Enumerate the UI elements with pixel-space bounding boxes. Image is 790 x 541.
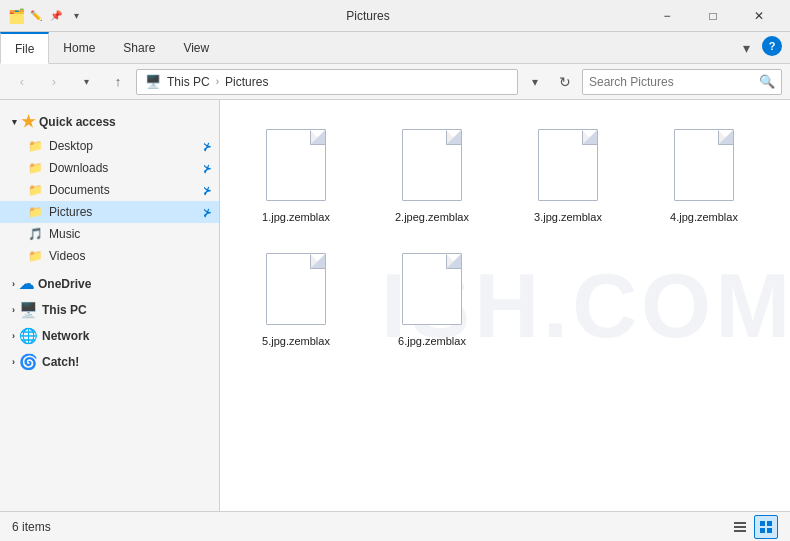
- file-item-4[interactable]: 4.jpg.zemblax: [644, 116, 764, 232]
- onedrive-label: OneDrive: [38, 277, 91, 291]
- sidebar-item-music[interactable]: 🎵 Music: [0, 223, 219, 245]
- svg-rect-1: [734, 526, 746, 528]
- search-icon: 🔍: [759, 74, 775, 89]
- ribbon-collapse-button[interactable]: ▾: [734, 36, 758, 60]
- tab-file[interactable]: File: [0, 32, 49, 64]
- tab-view[interactable]: View: [169, 32, 223, 64]
- folder-icon-videos: 📁: [28, 249, 43, 263]
- doc-shape-1: [266, 129, 326, 201]
- expand-icon: ▾: [12, 117, 17, 127]
- file-icon-3: [532, 125, 604, 205]
- svg-rect-5: [760, 528, 765, 533]
- sidebar-item-onedrive[interactable]: › ☁ OneDrive: [0, 271, 219, 297]
- title-bar-icons: 🗂️ ✏️ 📌 ▾: [8, 8, 84, 24]
- address-bar: ‹ › ▾ ↑ 🖥️ This PC › Pictures ▾ ↻ 🔍: [0, 64, 790, 100]
- sidebar-item-documents[interactable]: 📁 Documents ⊁: [0, 179, 219, 201]
- close-button[interactable]: ✕: [736, 0, 782, 32]
- sidebar-label-desktop: Desktop: [49, 139, 93, 153]
- onedrive-icon: ☁: [19, 275, 34, 293]
- search-box[interactable]: 🔍: [582, 69, 782, 95]
- dropdown-title-icon: ▾: [68, 8, 84, 24]
- sidebar-item-catch[interactable]: › 🌀 Catch!: [0, 349, 219, 375]
- tab-home[interactable]: Home: [49, 32, 109, 64]
- path-current-pictures: Pictures: [225, 75, 268, 89]
- sidebar-label-downloads: Downloads: [49, 161, 108, 175]
- svg-rect-6: [767, 528, 772, 533]
- sidebar-item-thispc[interactable]: › 🖥️ This PC: [0, 297, 219, 323]
- thispc-icon: 🖥️: [19, 301, 38, 319]
- folder-icon-pictures: 📁: [28, 205, 43, 219]
- icon-view-button[interactable]: [754, 515, 778, 539]
- minimize-button[interactable]: −: [644, 0, 690, 32]
- pin-icon-pictures: ⊁: [203, 207, 211, 218]
- expand-network-icon: ›: [12, 331, 15, 341]
- file-name-1: 1.jpg.zemblax: [262, 211, 330, 223]
- content-area: ISH.COM 1.jpg.zemblax 2.jpeg.zemblax: [220, 100, 790, 511]
- file-name-6: 6.jpg.zemblax: [398, 335, 466, 347]
- file-item-6[interactable]: 6.jpg.zemblax: [372, 240, 492, 356]
- up-button[interactable]: ↑: [104, 68, 132, 96]
- pin-title-icon: 📌: [48, 8, 64, 24]
- folder-icon-downloads: 📁: [28, 161, 43, 175]
- svg-rect-4: [767, 521, 772, 526]
- file-icon-4: [668, 125, 740, 205]
- file-name-4: 4.jpg.zemblax: [670, 211, 738, 223]
- sidebar-item-videos[interactable]: 📁 Videos: [0, 245, 219, 267]
- doc-shape-4: [674, 129, 734, 201]
- file-item-5[interactable]: 5.jpg.zemblax: [236, 240, 356, 356]
- folder-icon-documents: 📁: [28, 183, 43, 197]
- file-icon-6: [396, 249, 468, 329]
- pin-icon-downloads: ⊁: [203, 163, 211, 174]
- svg-rect-2: [734, 530, 746, 532]
- pin-icon-documents: ⊁: [203, 185, 211, 196]
- file-icon-5: [260, 249, 332, 329]
- back-button[interactable]: ‹: [8, 68, 36, 96]
- address-path[interactable]: 🖥️ This PC › Pictures: [136, 69, 518, 95]
- item-count: 6 items: [12, 520, 51, 534]
- sidebar-label-music: Music: [49, 227, 80, 241]
- sidebar-label-pictures: Pictures: [49, 205, 92, 219]
- refresh-button[interactable]: ↻: [552, 69, 578, 95]
- folder-icon: 📁: [28, 139, 43, 153]
- tab-share[interactable]: Share: [109, 32, 169, 64]
- doc-shape-2: [402, 129, 462, 201]
- file-item-2[interactable]: 2.jpeg.zemblax: [372, 116, 492, 232]
- path-crumb-thispc[interactable]: This PC: [167, 75, 210, 89]
- forward-button[interactable]: ›: [40, 68, 68, 96]
- doc-shape-5: [266, 253, 326, 325]
- file-item-3[interactable]: 3.jpg.zemblax: [508, 116, 628, 232]
- file-name-2: 2.jpeg.zemblax: [395, 211, 469, 223]
- doc-shape-3: [538, 129, 598, 201]
- network-icon: 🌐: [19, 327, 38, 345]
- file-name-3: 3.jpg.zemblax: [534, 211, 602, 223]
- files-grid: 1.jpg.zemblax 2.jpeg.zemblax 3.jpg.zembl…: [236, 116, 774, 356]
- search-input[interactable]: [589, 75, 755, 89]
- catch-icon: 🌀: [19, 353, 38, 371]
- expand-thispc-icon: ›: [12, 305, 15, 315]
- sidebar-item-downloads[interactable]: 📁 Downloads ⊁: [0, 157, 219, 179]
- sidebar-item-network[interactable]: › 🌐 Network: [0, 323, 219, 349]
- address-dropdown-button[interactable]: ▾: [522, 69, 548, 95]
- title-bar: 🗂️ ✏️ 📌 ▾ Pictures − □ ✕: [0, 0, 790, 32]
- file-icon-2: [396, 125, 468, 205]
- quick-access-label: Quick access: [39, 115, 116, 129]
- svg-rect-3: [760, 521, 765, 526]
- window-controls: − □ ✕: [644, 0, 782, 32]
- window-title: Pictures: [92, 9, 644, 23]
- sidebar-section-quick-access[interactable]: ▾ ★ Quick access: [0, 108, 219, 135]
- sidebar-item-pictures[interactable]: 📁 Pictures ⊁: [0, 201, 219, 223]
- recent-locations-button[interactable]: ▾: [72, 68, 100, 96]
- ribbon-help-button[interactable]: ?: [762, 36, 782, 56]
- file-item-1[interactable]: 1.jpg.zemblax: [236, 116, 356, 232]
- network-label: Network: [42, 329, 89, 343]
- catch-label: Catch!: [42, 355, 79, 369]
- doc-shape-6: [402, 253, 462, 325]
- sidebar-item-desktop[interactable]: 📁 Desktop ⊁: [0, 135, 219, 157]
- list-view-button[interactable]: [728, 515, 752, 539]
- pin-icon-desktop: ⊁: [203, 141, 211, 152]
- thispc-label: This PC: [42, 303, 87, 317]
- main-layout: ▾ ★ Quick access 📁 Desktop ⊁ 📁 Downloads…: [0, 100, 790, 511]
- path-folder-icon: 🖥️: [145, 74, 161, 90]
- maximize-button[interactable]: □: [690, 0, 736, 32]
- expand-catch-icon: ›: [12, 357, 15, 367]
